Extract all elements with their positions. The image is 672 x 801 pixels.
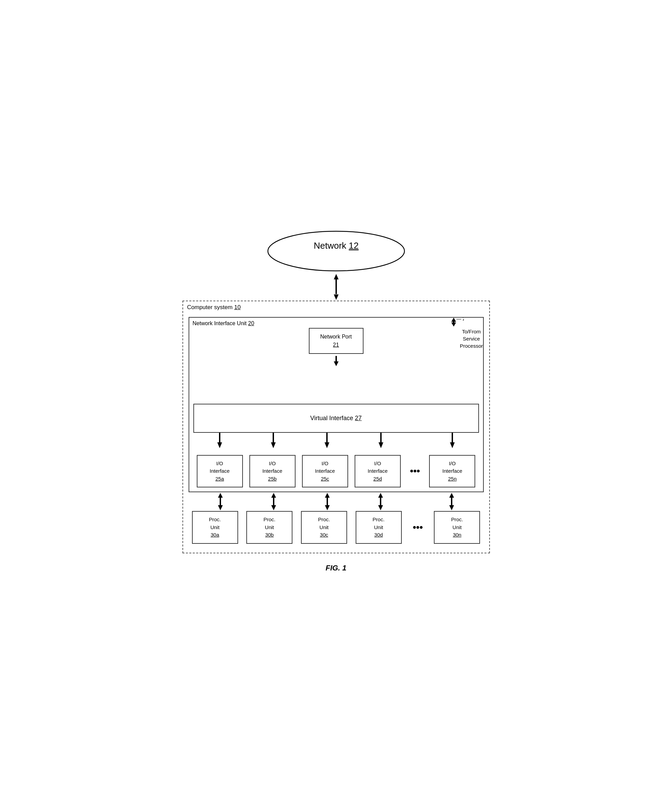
figure-label: FIG. 1 <box>182 564 490 573</box>
svg-marker-26 <box>271 505 276 510</box>
svg-rect-15 <box>326 433 328 443</box>
arrow-vi-io-5 <box>429 433 475 448</box>
network-port-area: Network Port21 <box>193 325 479 356</box>
svg-marker-12 <box>217 442 222 448</box>
io-interfaces-row: I/OInterface25a I/OInterface25b I/OInter… <box>193 455 479 488</box>
network-ellipse: Network 12 <box>182 229 490 273</box>
svg-rect-19 <box>452 433 453 443</box>
arrow-network-to-port <box>182 273 490 301</box>
arrow-vi-io-1 <box>197 433 243 448</box>
proc-unit-30a: Proc.Unit30a <box>192 511 238 544</box>
virtual-interface-label: Virtual Interface 27 <box>310 415 362 421</box>
io-interface-25a: I/OInterface25a <box>197 455 243 488</box>
arrow-port-to-vi <box>193 356 479 366</box>
arrows-vi-to-io <box>193 433 479 448</box>
arrow-vi-io-4 <box>358 433 404 448</box>
svg-rect-22 <box>220 497 221 505</box>
svg-rect-13 <box>272 433 274 443</box>
svg-marker-23 <box>218 505 223 510</box>
io-interface-25c: I/OInterface25c <box>302 455 348 488</box>
svg-rect-25 <box>273 497 274 505</box>
svg-rect-11 <box>219 433 220 443</box>
svg-marker-35 <box>449 505 454 510</box>
arrow-io-proc-1 <box>197 492 243 511</box>
arrow-vi-io-3 <box>304 433 350 448</box>
niu-box: Network Interface Unit 20 Network Port21 <box>189 317 484 492</box>
network-port-label: Network Port21 <box>312 333 360 349</box>
svg-text:Network 12: Network 12 <box>314 240 359 251</box>
svg-rect-28 <box>327 497 328 505</box>
svg-rect-3 <box>335 278 337 294</box>
proc-unit-30b: Proc.Unit30b <box>246 511 292 544</box>
arrows-io-to-proc <box>189 492 484 511</box>
svg-marker-32 <box>378 505 383 510</box>
svg-rect-31 <box>380 497 381 505</box>
svg-marker-4 <box>334 294 338 300</box>
proc-unit-30c: Proc.Unit30c <box>301 511 347 544</box>
network-port-box: Network Port21 <box>309 328 364 354</box>
io-interface-25d: I/OInterface25d <box>355 455 401 488</box>
dots-separator-proc: ••• <box>410 522 425 533</box>
svg-point-0 <box>268 231 404 271</box>
svg-marker-18 <box>379 442 383 448</box>
svg-marker-14 <box>271 442 276 448</box>
svg-rect-17 <box>380 433 382 443</box>
proc-unit-30n: Proc.Unit30n <box>434 511 480 544</box>
io-interface-25b: I/OInterface25b <box>250 455 295 488</box>
dots-separator: ••• <box>407 466 422 476</box>
svg-marker-16 <box>325 442 329 448</box>
svg-marker-20 <box>450 442 455 448</box>
arrow-io-proc-2 <box>251 492 297 511</box>
proc-unit-30d: Proc.Unit30d <box>356 511 402 544</box>
arrow-io-proc-3 <box>304 492 350 511</box>
arrow-io-proc-5 <box>429 492 475 511</box>
arrow-io-proc-4 <box>358 492 404 511</box>
proc-units-row: Proc.Unit30a Proc.Unit30b Proc.Unit30c P… <box>189 511 484 544</box>
svg-marker-29 <box>325 505 330 510</box>
arrow-vi-io-2 <box>250 433 297 448</box>
diagram-container: Network 12 To/FromServiceProcessor — 29 <box>182 229 490 573</box>
computer-system-label: Computer system 10 <box>187 304 241 311</box>
svg-marker-10 <box>334 361 338 366</box>
service-processor-area: To/FromServiceProcessor — 29 Computer sy… <box>182 301 490 553</box>
computer-system-box: Computer system 10 Network Interface Uni… <box>182 301 490 553</box>
svg-rect-34 <box>451 497 452 505</box>
virtual-interface-box: Virtual Interface 27 <box>193 404 479 433</box>
io-interface-25n: I/OInterface25n <box>429 455 475 488</box>
